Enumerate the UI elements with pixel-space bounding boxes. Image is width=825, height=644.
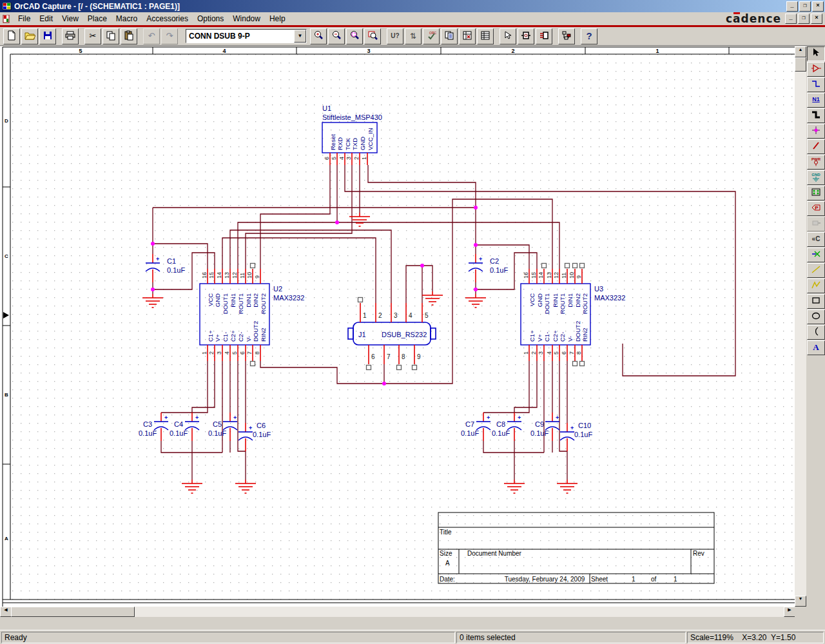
place-off-page-connector-tool[interactable]: «C <box>807 232 825 247</box>
no-connect-marker[interactable] <box>580 264 585 268</box>
open-document-button[interactable] <box>21 28 38 44</box>
place-pin-tool[interactable] <box>807 217 825 231</box>
zoom-area-button[interactable] <box>346 28 363 44</box>
redo-button[interactable]: ↷ <box>161 28 178 44</box>
select-tool[interactable] <box>807 46 825 61</box>
place-polyline-tool[interactable] <box>807 278 825 293</box>
place-ground-tool[interactable]: GND <box>807 170 825 185</box>
schematic-page[interactable]: 54321DCBAU1Stiftleiste_MSP4306Reset5RXD4… <box>0 46 795 607</box>
no-connect-marker[interactable] <box>251 362 255 366</box>
part-value[interactable]: 0.1uF <box>253 431 271 438</box>
no-connect-marker[interactable] <box>573 362 578 366</box>
place-bus-tool[interactable] <box>807 108 825 123</box>
part-combobox[interactable]: CONN DSUB 9-P ▼ <box>186 29 307 43</box>
zoom-all-button[interactable] <box>364 28 381 44</box>
ref-des[interactable]: C7 <box>465 420 474 428</box>
place-part-tool[interactable] <box>807 62 825 77</box>
part-value[interactable]: 0.1uF <box>170 429 188 437</box>
print-button[interactable] <box>62 28 79 44</box>
no-connect-marker[interactable] <box>565 264 570 268</box>
combobox-dropdown-icon[interactable]: ▼ <box>294 30 306 43</box>
no-connect-marker[interactable] <box>397 366 402 370</box>
part-value[interactable]: 0.1uF <box>461 429 479 437</box>
ref-des[interactable]: C6 <box>257 422 266 429</box>
paste-button[interactable] <box>121 28 137 44</box>
scroll-left-button[interactable]: ◀ <box>0 607 12 617</box>
create-netlist-button[interactable] <box>441 28 458 44</box>
scroll-up-button[interactable]: ▲ <box>795 46 806 57</box>
restore-button[interactable]: ❐ <box>799 1 811 12</box>
ref-des[interactable]: C2 <box>490 257 499 265</box>
menu-accessories[interactable]: Accessories <box>142 13 193 24</box>
no-connect-marker[interactable] <box>412 366 417 370</box>
ref-des[interactable]: J1 <box>358 331 366 338</box>
new-document-button[interactable] <box>3 28 20 44</box>
no-connect-marker[interactable] <box>251 264 255 268</box>
scroll-right-button[interactable]: ▶ <box>784 607 795 617</box>
place-arc-tool[interactable] <box>807 325 825 340</box>
ref-des[interactable]: C1 <box>167 257 176 265</box>
cut-button[interactable]: ✂ <box>84 28 101 44</box>
menu-file[interactable]: File <box>14 13 35 24</box>
part-value[interactable]: MAX3232 <box>594 294 625 302</box>
no-connect-marker[interactable] <box>358 298 363 302</box>
menu-edit[interactable]: Edit <box>35 13 57 24</box>
zoom-out-button[interactable] <box>328 28 345 44</box>
no-connect-marker[interactable] <box>573 264 578 268</box>
ref-des[interactable]: U3 <box>594 285 603 293</box>
mdi-restore-button[interactable]: ❐ <box>798 14 810 24</box>
scroll-down-button[interactable]: ▼ <box>795 596 806 607</box>
design-rules-check-button[interactable]: ORC <box>423 28 440 44</box>
save-document-button[interactable] <box>39 28 56 44</box>
part-value[interactable]: MAX3232 <box>273 294 304 302</box>
minimize-button[interactable]: _ <box>786 1 798 12</box>
mdi-close-button[interactable]: × <box>811 14 822 24</box>
menu-window[interactable]: Window <box>228 13 265 24</box>
part-value[interactable]: 0.1uF <box>208 429 226 437</box>
no-connect-marker[interactable] <box>580 362 585 366</box>
close-button[interactable]: × <box>812 1 824 12</box>
ref-des[interactable]: C5 <box>213 420 222 428</box>
vertical-scroll-thumb[interactable] <box>795 57 806 72</box>
place-port-tool[interactable]: P <box>807 201 825 216</box>
ref-des[interactable]: C10 <box>578 422 591 429</box>
place-hierarchical-block-tool[interactable] <box>807 186 825 200</box>
part-value[interactable]: DSUB_RS232 <box>382 331 427 338</box>
help-button[interactable]: ? <box>581 28 597 44</box>
part-value[interactable]: 0.1uF <box>139 429 157 437</box>
part-value[interactable]: 0.1uF <box>574 431 592 438</box>
place-net-alias-tool[interactable]: N1 <box>807 93 825 108</box>
back-annotate-button[interactable]: ⇅ <box>405 28 422 44</box>
place-no-connect-tool[interactable] <box>807 248 825 262</box>
copy-button[interactable] <box>102 28 119 44</box>
no-connect-marker[interactable] <box>367 366 371 370</box>
cross-reference-button[interactable] <box>459 28 476 44</box>
hierarchy-button[interactable] <box>558 28 575 44</box>
place-wire-tool[interactable] <box>807 77 825 92</box>
mdi-minimize-button[interactable]: _ <box>785 14 797 24</box>
horizontal-scroll-thumb[interactable] <box>11 607 135 617</box>
area-select-button[interactable] <box>518 28 534 44</box>
ref-des[interactable]: C8 <box>496 420 505 428</box>
ref-des[interactable]: C3 <box>143 420 152 428</box>
snap-to-grid-button[interactable] <box>500 28 516 44</box>
vertical-scrollbar[interactable]: ▲ ▼ <box>795 46 806 607</box>
place-junction-tool[interactable] <box>807 124 825 139</box>
part-value[interactable]: 0.1uF <box>492 429 510 437</box>
schematic-canvas[interactable]: 54321DCBAU1Stiftleiste_MSP4306Reset5RXD4… <box>0 46 795 607</box>
title-block[interactable]: TitleSizeADocument NumberRevDate:Tuesday… <box>438 512 714 583</box>
menu-macro[interactable]: Macro <box>112 13 142 24</box>
horizontal-scrollbar[interactable]: ◀ ▶ <box>0 607 795 617</box>
ref-des[interactable]: U2 <box>273 285 282 293</box>
bill-of-materials-button[interactable] <box>477 28 494 44</box>
place-line-tool[interactable] <box>807 263 825 278</box>
project-manager-button[interactable] <box>536 28 552 44</box>
document-icon[interactable] <box>3 15 11 23</box>
part-value[interactable]: 0.1uF <box>490 266 508 274</box>
menu-place[interactable]: Place <box>83 13 112 24</box>
no-connect-marker[interactable] <box>542 264 547 268</box>
part-value[interactable]: 0.1uF <box>167 266 185 274</box>
part-value[interactable]: Stiftleiste_MSP430 <box>322 113 382 121</box>
ref-des[interactable]: C4 <box>174 420 183 428</box>
menu-help[interactable]: Help <box>265 13 290 24</box>
